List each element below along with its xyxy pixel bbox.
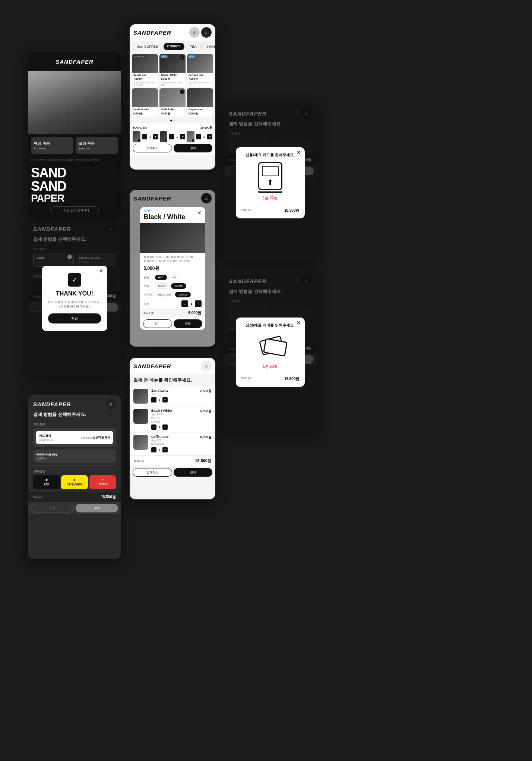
qty-increase-1[interactable]: + xyxy=(153,134,158,139)
oqty-inc-1[interactable]: + xyxy=(162,397,168,402)
oqty-dec-1[interactable]: - xyxy=(151,397,156,402)
confirm-checkout-btn[interactable]: 결제 xyxy=(174,468,212,477)
checkout-button[interactable]: 결제 xyxy=(174,144,212,152)
oqty-inc-2[interactable]: + xyxy=(162,424,168,430)
tab-cake[interactable]: CAKE xyxy=(202,43,215,50)
modal-qty-increase[interactable]: + xyxy=(195,300,202,307)
samsung-pay-close[interactable]: ✕ xyxy=(297,320,301,326)
menu-view-button[interactable]: → 메뉴 먼저 보기가기 xyxy=(50,206,99,214)
qty-value-2: 1 xyxy=(175,135,179,138)
card-insert-modal-title: 신용/체크 카드를 꽂아주세요. xyxy=(241,152,300,158)
cart-total-price: 18,500원 xyxy=(200,126,212,130)
welcome-big-text: SAND SAND PAPER xyxy=(28,162,121,203)
payment2-samsung-pay: 삼성/애플 페이 xyxy=(93,436,110,439)
menu-item-black-white[interactable]: BEST ✓ Black / White 5,000원 에스프레소와 우유의 균… xyxy=(159,54,186,87)
tab-non-coffee[interactable]: Non COFFEE xyxy=(133,43,162,50)
menu-item-cappuccino[interactable]: Cappuccino 6,500원 xyxy=(187,88,213,116)
oqty-inc-3[interactable]: + xyxy=(162,447,168,452)
payment2-prev-btn[interactable]: 이전 xyxy=(31,504,74,512)
payment2-samsung-area: samsung 삼성/애플 페이 xyxy=(81,436,110,439)
payment2-total-price: 18,500원 xyxy=(101,495,116,500)
option-forhre-sub: For Here xyxy=(34,147,70,150)
option-for-here[interactable]: 매장 이용 For Here xyxy=(31,137,73,154)
tab-tea[interactable]: TEA xyxy=(186,43,201,50)
confirm-title: 결제 전 메뉴를 확인해주세요. xyxy=(130,374,215,386)
item-name-cream-latte: Cream Latte xyxy=(189,74,212,77)
payment2-kakao-pay[interactable]: ■ 카카오페이 xyxy=(61,475,88,489)
cancel-all-button[interactable]: 전체취소 xyxy=(133,144,172,152)
detail-modal-close[interactable]: ✕ xyxy=(197,210,202,216)
cart-icon[interactable]: ◎ xyxy=(189,27,200,38)
qty-decrease-1[interactable]: - xyxy=(142,134,147,139)
card-insert-close[interactable]: ✕ xyxy=(297,149,301,155)
payment2-card-number: Card 71234 xyxy=(39,439,53,441)
card-insert-total-label: Total (3) xyxy=(241,208,252,213)
thankyou-confirm-btn[interactable]: 확인 xyxy=(48,313,101,323)
oqty-dec-2[interactable]: - xyxy=(151,424,156,430)
opt-black[interactable]: BLACK xyxy=(155,283,170,289)
item-price-caffe-latte: 6,000원 xyxy=(161,112,184,116)
dot-1 xyxy=(170,120,172,121)
opt-large[interactable]: LARGE xyxy=(175,292,191,297)
payment2-logo: SANDFAPER xyxy=(33,401,71,407)
confirm-total-bar: Total (3) 18,500원 xyxy=(130,455,215,466)
cart-thumbnails: 1 - 1 + 1 - 1 + 1 - xyxy=(133,131,212,142)
menu-item-vanilla-latte[interactable]: Vanilla Latte 6,500원 xyxy=(132,88,158,116)
apple-pay-icon: ◆ xyxy=(45,478,48,481)
payment2-payco[interactable]: P PAYCO xyxy=(89,475,116,489)
payment2-card-inner: 카드결제 Card 71234 samsung 삼성/애플 페이 xyxy=(36,431,113,444)
detail-complete-btn[interactable]: 완료 xyxy=(174,319,202,328)
thankyou-close-icon[interactable]: ✕ xyxy=(99,268,104,274)
qty-increase-3[interactable]: + xyxy=(207,134,212,139)
qty-decrease-3[interactable]: - xyxy=(196,134,201,139)
order-item-row-3: Caffe Latte 옵션 ICEREGULAR - 1 + 6,000원 xyxy=(130,433,215,455)
opt-hot[interactable]: HOT xyxy=(155,275,167,280)
detail-product-price: 5,000원 xyxy=(140,265,205,273)
payment2-apple-pay[interactable]: ◆ pay xyxy=(33,475,60,489)
modal-qty-decrease[interactable]: - xyxy=(181,300,188,307)
qty-decrease-2[interactable]: - xyxy=(169,134,174,139)
tab-coffee[interactable]: COFFEE xyxy=(164,43,185,50)
item-price-cream-latte: 7,000원 xyxy=(189,77,212,81)
screen-payment2: SANDFAPER ⌂ 결제 방법을 선택해주세요. 카드결제 카드결제 Car… xyxy=(28,395,121,559)
welcome-logo: SANDFAPER xyxy=(56,59,94,65)
thankyou-modal: ✕ ✓ THANK YOU! 대기번호로 시참 후 음료를 픽업하세요.(카드를… xyxy=(42,266,107,331)
detail-badge: BEST xyxy=(140,207,205,212)
payment2-title: 결제 방법을 선택해주세요. xyxy=(28,411,121,421)
payment2-samsung-option[interactable]: samsung pay삼성Pay xyxy=(33,449,116,463)
bean-options: BLACK WHITE xyxy=(155,283,187,289)
option-take-out[interactable]: 포장 주문 Take Out xyxy=(76,137,118,154)
opt-regular[interactable]: REGULAR xyxy=(155,292,174,297)
qty-value-3: 1 xyxy=(202,135,206,138)
thankyou-overlay: ✕ ✓ THANK YOU! 대기번호로 시참 후 음료를 픽업하세요.(카드를… xyxy=(28,220,121,376)
opt-ice[interactable]: ICE xyxy=(168,275,179,280)
cart-total-label: TOTAL (3) xyxy=(133,126,147,129)
menu-item-sand-latte[interactable]: SIGNATURE Sand Latte 7,500원 아몬드와 바닐라 향의 … xyxy=(132,54,158,87)
oqty-val-1: 1 xyxy=(158,398,161,401)
order-item-img-1 xyxy=(133,389,148,404)
home-icon[interactable]: ⌂ xyxy=(201,27,212,38)
screen-welcome: SANDFAPER 매장 이용 For Here 포장 주문 Take Out … xyxy=(28,52,121,216)
kakao-pay-icon: ■ xyxy=(74,478,76,481)
qty-increase-2[interactable]: + xyxy=(180,134,185,139)
opt-white[interactable]: WHITE xyxy=(171,283,186,289)
payment2-checkout-btn[interactable]: 결제 xyxy=(76,504,118,512)
payco-icon: P xyxy=(102,478,104,481)
dot-2 xyxy=(173,120,175,121)
menu-item-caffe-latte[interactable]: ✓ Caffe Latte 6,000원 xyxy=(159,88,186,116)
item-price-sand-latte: 7,500원 xyxy=(133,77,156,81)
menu-item-cream-latte[interactable]: BEST Cream Latte 7,000원 진한 크림이 올라간 부드러운 … xyxy=(187,54,213,87)
payment2-samsung-option-label: samsung pay삼성Pay xyxy=(36,452,113,460)
confirm-home-icon[interactable]: ⌂ xyxy=(201,361,212,371)
big-text-line1: SAND xyxy=(31,166,118,180)
badge-best-2: BEST xyxy=(188,55,195,58)
modal-qty-control: - 1 + xyxy=(181,300,201,307)
qty-badge-2: 1 xyxy=(165,139,168,142)
confirm-cancel-btn[interactable]: 전체취소 xyxy=(133,468,172,477)
oqty-dec-3[interactable]: - xyxy=(151,447,156,452)
detail-close-btn[interactable]: 닫기 xyxy=(143,319,172,328)
payment2-home-icon[interactable]: ⌂ xyxy=(105,399,116,409)
samsung-pay-modal-title: 삼성/애플 페이를 읽혀주세요. xyxy=(241,323,300,328)
payment2-instant-label: 간편결제 xyxy=(28,468,121,475)
payment2-instant-pay-row: ◆ pay ■ 카카오페이 P PAYCO xyxy=(28,475,121,492)
